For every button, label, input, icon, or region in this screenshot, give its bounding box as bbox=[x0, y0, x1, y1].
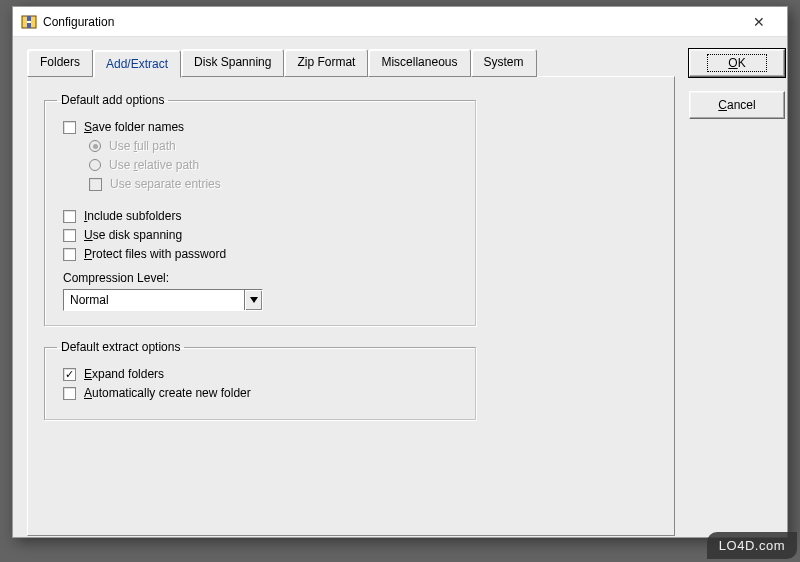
label-expand-folders: Expand folders bbox=[84, 367, 164, 381]
close-icon: ✕ bbox=[753, 14, 765, 30]
tabstrip: Folders Add/Extract Disk Spanning Zip Fo… bbox=[27, 49, 675, 77]
app-icon bbox=[21, 14, 37, 30]
checkbox-expand-folders[interactable]: ✓ bbox=[63, 368, 76, 381]
checkbox-use-separate-entries bbox=[89, 178, 102, 191]
label-use-disk-spanning: Use disk spanning bbox=[84, 228, 182, 242]
close-button[interactable]: ✕ bbox=[739, 7, 779, 37]
radio-use-full-path bbox=[89, 140, 101, 152]
titlebar: Configuration ✕ bbox=[13, 7, 787, 37]
checkbox-use-disk-spanning[interactable] bbox=[63, 229, 76, 242]
label-use-separate-entries: Use separate entries bbox=[110, 177, 221, 191]
label-include-subfolders: Include subfolders bbox=[84, 209, 181, 223]
group-extract-legend: Default extract options bbox=[57, 340, 184, 354]
label-compression-level: Compression Level: bbox=[63, 271, 463, 285]
tab-system[interactable]: System bbox=[471, 49, 537, 77]
checkbox-protect-with-password[interactable] bbox=[63, 248, 76, 261]
checkbox-save-folder-names[interactable] bbox=[63, 121, 76, 134]
label-use-full-path: Use full path bbox=[109, 139, 176, 153]
group-add-legend: Default add options bbox=[57, 93, 168, 107]
checkbox-auto-create-folder[interactable] bbox=[63, 387, 76, 400]
label-use-relative-path: Use relative path bbox=[109, 158, 199, 172]
label-protect-with-password: Protect files with password bbox=[84, 247, 226, 261]
tab-folders[interactable]: Folders bbox=[27, 49, 93, 77]
tab-panel-add-extract: Default add options Save folder names Us… bbox=[27, 76, 675, 536]
tab-disk-spanning[interactable]: Disk Spanning bbox=[181, 49, 284, 77]
svg-marker-3 bbox=[250, 297, 258, 303]
tab-zip-format[interactable]: Zip Format bbox=[284, 49, 368, 77]
group-default-extract-options: Default extract options ✓ Expand folders… bbox=[44, 340, 476, 420]
watermark: LO4D.com bbox=[707, 532, 797, 559]
compression-level-value: Normal bbox=[64, 290, 244, 310]
label-save-folder-names: Save folder names bbox=[84, 120, 184, 134]
configuration-dialog: Configuration ✕ Folders Add/Extract Disk… bbox=[12, 6, 788, 538]
tab-add-extract[interactable]: Add/Extract bbox=[93, 50, 181, 78]
dialog-buttons: OK Cancel bbox=[689, 49, 785, 133]
combo-dropdown-button[interactable] bbox=[244, 290, 262, 310]
label-auto-create-folder: Automatically create new folder bbox=[84, 386, 251, 400]
group-default-add-options: Default add options Save folder names Us… bbox=[44, 93, 476, 326]
cancel-button[interactable]: Cancel bbox=[689, 91, 785, 119]
checkbox-include-subfolders[interactable] bbox=[63, 210, 76, 223]
ok-button[interactable]: OK bbox=[689, 49, 785, 77]
radio-use-relative-path bbox=[89, 159, 101, 171]
compression-level-combo[interactable]: Normal bbox=[63, 289, 263, 311]
tab-miscellaneous[interactable]: Miscellaneous bbox=[368, 49, 470, 77]
window-title: Configuration bbox=[43, 15, 739, 29]
svg-rect-2 bbox=[27, 21, 31, 23]
chevron-down-icon bbox=[250, 297, 258, 303]
